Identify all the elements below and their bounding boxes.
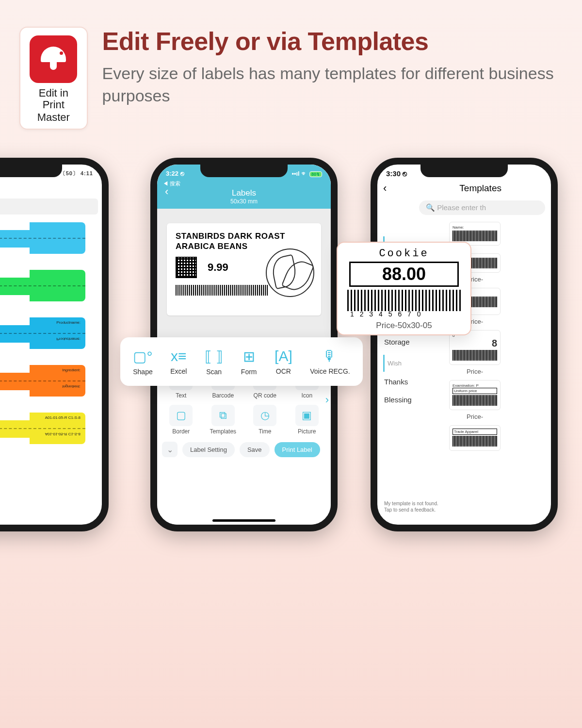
preview-size: Price-50x30-05 <box>345 321 463 331</box>
search-input[interactable]: ase enter the keyword <box>0 199 98 215</box>
print-label-button[interactable]: Print Label <box>275 442 320 457</box>
paper-item[interactable]: Ingredient:Ingredient: Red 25x38+40 <box>0 365 102 408</box>
tool-strip: ▢°Shapex≡Excel⟦ ⟧Scan⊞Form[A]OCR🎙Voice R… <box>120 337 363 386</box>
signal-icon: ••ıl ᯤ <box>291 170 307 177</box>
label-setting-button[interactable]: Label Setting <box>182 442 235 457</box>
phone-left: ⁺ ✱ ⋮ 〔50〕 4:11 abel paper ase enter the… <box>0 158 109 531</box>
strip-excel[interactable]: x≡Excel <box>170 348 187 375</box>
category-header: Wish <box>383 355 436 372</box>
qr-icon <box>176 257 197 278</box>
home-indicator <box>212 519 275 522</box>
back-icon[interactable]: ‹ <box>383 182 387 195</box>
preview-price: 88.00 <box>351 264 457 284</box>
app-icon <box>30 35 77 83</box>
battery-icon: 80↯ <box>309 171 322 177</box>
template-card[interactable]: Trade Apparel <box>449 425 501 451</box>
header-title: Templates <box>416 183 545 194</box>
strip-form[interactable]: ⊞Form <box>241 348 257 376</box>
paper-item[interactable]: A01-01-05-R C1-S-8A01-01-05-R C1-S-8 <box>0 413 102 447</box>
paper-item[interactable]: Productname:Productname: Cable25x38+40 <box>0 317 102 360</box>
template-card[interactable]: Examination: P Uniform price <box>449 380 501 410</box>
category-item[interactable]: Thanks <box>383 373 436 391</box>
leaf-icon <box>266 248 314 297</box>
preview-name: Cookie <box>345 248 463 260</box>
category-item[interactable]: Blessing <box>383 391 436 409</box>
label-line2: ARABICA BEANS <box>176 242 248 251</box>
template-preview-card: Cookie 88.00 1 2 3 4 5 6 7 0 Price-50x30… <box>337 242 471 335</box>
paper-item[interactable]: green 25X38+40 <box>0 270 102 313</box>
barcode-icon <box>347 290 461 311</box>
header-size: 50x30 mm <box>157 198 331 205</box>
tool-templates[interactable]: ⧉Templates <box>202 403 244 437</box>
header-title: Labels <box>157 188 331 198</box>
strip-voicerecg[interactable]: 🎙Voice RECG. <box>310 348 350 375</box>
save-button[interactable]: Save <box>240 442 270 457</box>
status-time: 3:30 ⎋ <box>386 169 407 178</box>
app-card: Edit in Print Master <box>19 27 88 130</box>
hero-subtitle: Every size of labels has many templates … <box>102 63 582 107</box>
strip-scan[interactable]: ⟦ ⟧Scan <box>205 348 223 376</box>
app-caption-1: Edit in <box>27 87 80 99</box>
more-button[interactable]: ⌄ <box>162 442 178 457</box>
barcode-digits: 1 2 3 4 5 6 7 0 <box>345 310 463 318</box>
label-line1: STANBIRDS DARK ROAST <box>176 232 285 241</box>
label-canvas[interactable]: STANBIRDS DARK ROASTARABICA BEANS 9.99 <box>157 209 331 340</box>
status-time: 3:22 ⎋ <box>166 170 184 177</box>
phone-right: 3:30 ⎋ ‹ Templates 🔍 Please enter th Pri… <box>371 158 558 531</box>
page-title: abel paper <box>0 179 102 199</box>
template-caption: Price- <box>449 367 501 380</box>
category-item[interactable]: Storage <box>383 333 436 351</box>
search-input[interactable]: 🔍 Please enter th <box>419 200 545 215</box>
template-caption <box>449 453 501 459</box>
back-icon[interactable]: ‹ <box>165 185 168 198</box>
feedback-link[interactable]: My template is not found.Tap to send a f… <box>384 501 438 513</box>
strip-shape[interactable]: ▢°Shape <box>133 348 152 376</box>
tool-border[interactable]: ▢Border <box>160 403 202 437</box>
barcode-icon <box>176 285 268 296</box>
strip-ocr[interactable]: [A]OCR <box>275 348 292 375</box>
template-caption: Price- <box>449 412 501 425</box>
hero-title: Edit Freely or via Templates <box>102 27 582 56</box>
paper-item[interactable]: Blue 25X38+40 <box>0 222 102 265</box>
tool-picture[interactable]: ▣Picture <box>286 403 328 437</box>
label-price: 9.99 <box>208 261 228 274</box>
app-caption-2: Print Master <box>27 99 80 124</box>
chevron-right-icon[interactable]: › <box>325 394 329 406</box>
tool-time[interactable]: ◷Time <box>244 403 286 437</box>
